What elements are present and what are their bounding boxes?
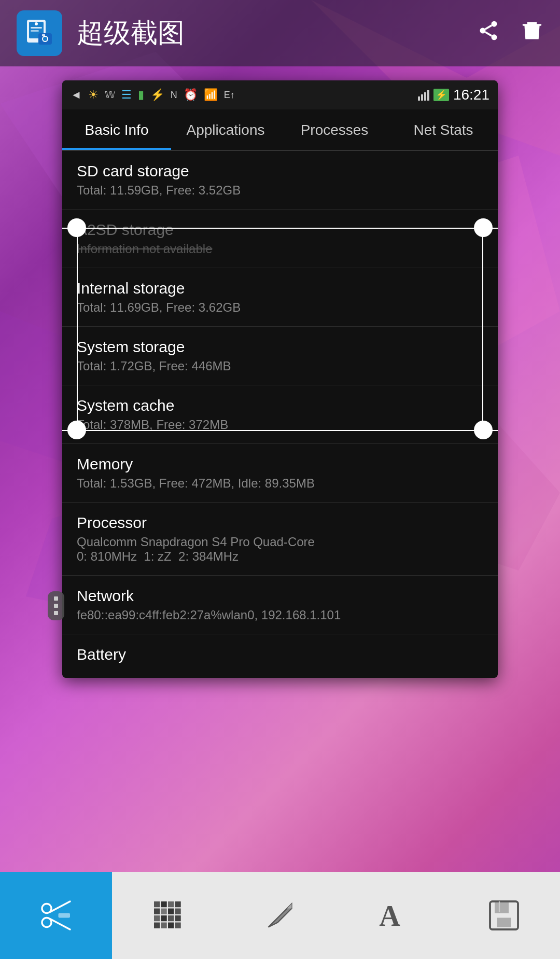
list-item-sd-card: SD card storage Total: 11.59GB, Free: 3.…	[62, 151, 498, 210]
svg-rect-38	[154, 923, 160, 928]
nfc-icon: N	[171, 90, 177, 101]
svg-rect-28	[168, 901, 174, 907]
screenshot-container: ◄ ☀ 𝕎 ☰ ▮ ⚡ N ⏰ 📶 E↑ ⚡ 16:21 Basic Info	[62, 80, 498, 678]
pencil-icon	[261, 897, 299, 934]
tab-net-stats[interactable]: Net Stats	[389, 109, 498, 150]
mosaic-tool-button[interactable]	[112, 872, 224, 959]
alarm-icon: ⏰	[184, 88, 198, 102]
delete-icon[interactable]	[521, 19, 543, 47]
status-right: ⚡ 16:21	[418, 87, 489, 103]
list-item-internal: Internal storage Total: 11.69GB, Free: 3…	[62, 268, 498, 327]
wifi-icon: 📶	[204, 88, 218, 102]
svg-rect-44	[495, 901, 509, 913]
mosaic-icon	[149, 897, 187, 934]
svg-rect-27	[161, 901, 167, 907]
svg-point-10	[480, 28, 486, 34]
app-title: 超级截图	[77, 15, 477, 51]
svg-rect-4	[31, 30, 39, 32]
svg-rect-34	[154, 915, 160, 921]
signal-bar-3	[424, 92, 426, 101]
side-handle-bar[interactable]	[48, 591, 64, 620]
signal-bar-2	[421, 94, 423, 101]
tab-applications[interactable]: Applications	[171, 109, 280, 150]
signal-bar-1	[418, 96, 420, 101]
battery-charging-icon: ⚡	[433, 89, 449, 101]
svg-rect-35	[161, 915, 167, 921]
svg-rect-37	[175, 915, 181, 921]
svg-rect-33	[175, 909, 181, 914]
usb-icon: ⚡	[150, 88, 164, 102]
status-time: 16:21	[453, 87, 489, 103]
handle-dot-2	[54, 604, 58, 608]
svg-point-9	[492, 21, 497, 27]
svg-rect-40	[168, 923, 174, 928]
list-item-processor: Processor Qualcomm Snapdragon S4 Pro Qua…	[62, 503, 498, 576]
signal-bars	[418, 89, 429, 101]
svg-rect-41	[175, 923, 181, 928]
svg-rect-3	[31, 27, 42, 29]
app-bar: 超级截图	[0, 0, 560, 66]
svg-line-24	[50, 919, 70, 929]
battery-small-icon: ▮	[138, 88, 144, 102]
svg-point-2	[35, 22, 38, 25]
svg-rect-26	[154, 901, 160, 907]
text-icon: A	[373, 897, 411, 934]
list-item-a2sd: A2SD storage Information not available	[62, 210, 498, 268]
svg-rect-45	[497, 918, 511, 927]
svg-rect-30	[154, 909, 160, 914]
save-tool-button[interactable]	[448, 872, 560, 959]
svg-rect-36	[168, 915, 174, 921]
svg-point-11	[492, 34, 497, 40]
svg-rect-39	[161, 923, 167, 928]
svg-rect-8	[42, 34, 45, 36]
menu-icon: ☰	[121, 88, 132, 102]
handle-dot-3	[54, 611, 58, 615]
pencil-tool-button[interactable]	[224, 872, 336, 959]
signal-bar-4	[427, 90, 429, 101]
app-bar-actions	[477, 19, 543, 47]
app-icon	[17, 10, 62, 56]
svg-line-13	[485, 25, 492, 29]
list-item-network: Network fe80::ea99:c4ff:feb2:27a%wlan0, …	[62, 576, 498, 634]
crop-icon	[37, 897, 75, 934]
list-item-system-cache: System cache Total: 378MB, Free: 372MB	[62, 385, 498, 444]
crop-tool-button[interactable]	[0, 872, 112, 959]
svg-point-7	[43, 37, 47, 41]
svg-text:A: A	[379, 900, 400, 932]
data-icon: E↑	[224, 90, 235, 101]
status-bar: ◄ ☀ 𝕎 ☰ ▮ ⚡ N ⏰ 📶 E↑ ⚡ 16:21	[62, 80, 498, 109]
svg-line-23	[50, 901, 70, 912]
status-icons-left: ◄ ☀ 𝕎 ☰ ▮ ⚡ N ⏰ 📶 E↑	[71, 88, 235, 102]
back-icon: ◄	[71, 88, 82, 102]
text-tool-button[interactable]: A	[336, 872, 448, 959]
svg-rect-31	[161, 909, 167, 914]
handle-dot-1	[54, 596, 58, 601]
list-item-memory: Memory Total: 1.53GB, Free: 472MB, Idle:…	[62, 444, 498, 503]
svg-line-12	[485, 32, 492, 36]
content-list: SD card storage Total: 11.59GB, Free: 3.…	[62, 151, 498, 678]
share-icon[interactable]	[477, 19, 500, 47]
svg-rect-25	[59, 913, 71, 918]
svg-rect-32	[168, 909, 174, 914]
list-item-battery: Battery	[62, 634, 498, 678]
wifi-calling-icon: 𝕎	[105, 89, 115, 101]
bottom-toolbar: A	[0, 872, 560, 959]
tabs-bar: Basic Info Applications Processes Net St…	[62, 109, 498, 151]
list-item-system-storage: System storage Total: 1.72GB, Free: 446M…	[62, 327, 498, 385]
tab-processes[interactable]: Processes	[280, 109, 389, 150]
brightness-icon: ☀	[88, 88, 99, 102]
tab-basic-info[interactable]: Basic Info	[62, 109, 171, 150]
save-icon	[485, 897, 523, 934]
svg-rect-29	[175, 901, 181, 907]
